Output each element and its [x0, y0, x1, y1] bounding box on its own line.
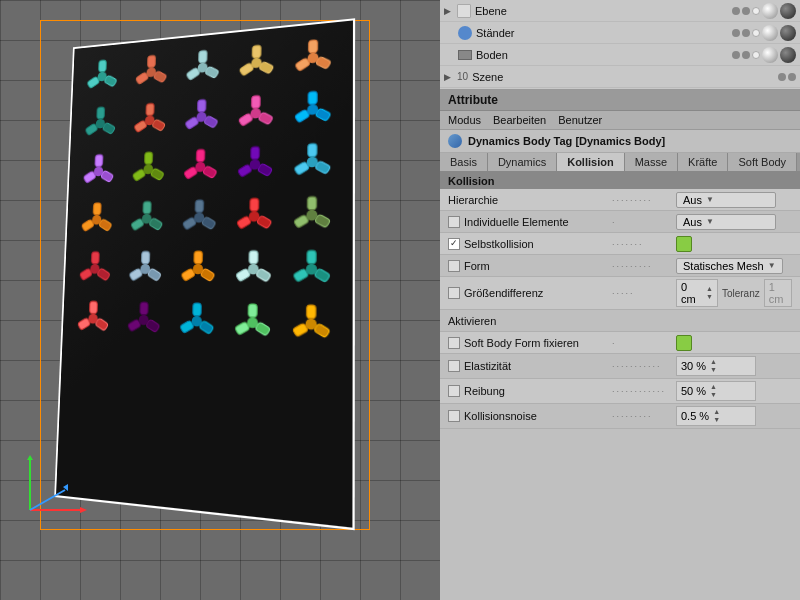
- svg-rect-0: [99, 60, 107, 72]
- svg-rect-108: [193, 303, 201, 316]
- sphere1: [762, 47, 778, 63]
- individuelle-dots: ·: [612, 217, 672, 227]
- hierarchie-text: Hierarchie: [448, 194, 498, 206]
- svg-rect-8: [199, 50, 207, 63]
- dot2: [742, 29, 750, 37]
- svg-rect-112: [248, 304, 257, 317]
- stepper-up[interactable]: ▲: [710, 383, 717, 391]
- stander-dots: [732, 25, 796, 41]
- expand-icon-szene[interactable]: ▶: [444, 72, 451, 82]
- szene-dots: [778, 73, 796, 81]
- reibung-input[interactable]: 50 % ▲ ▼: [676, 381, 756, 401]
- tab-kollision[interactable]: Kollision: [557, 153, 624, 171]
- svg-rect-96: [307, 250, 316, 263]
- noise-input[interactable]: 0.5 % ▲ ▼: [676, 406, 756, 426]
- sphere2: [780, 47, 796, 63]
- section-kollision: Kollision: [440, 173, 800, 189]
- stepper-up[interactable]: ▲: [710, 358, 717, 366]
- list-item-szene[interactable]: ▶ 10 Szene: [440, 66, 800, 88]
- szene-number: 10: [457, 71, 468, 82]
- svg-rect-52: [251, 147, 260, 160]
- reibung-stepper[interactable]: ▲ ▼: [710, 383, 717, 399]
- prop-groesse: Größendifferenz ····· 0 cm ▲ ▼ Toleranz …: [440, 277, 800, 310]
- list-item-stander[interactable]: Ständer: [440, 22, 800, 44]
- stepper-down[interactable]: ▼: [706, 293, 713, 301]
- individuelle-dropdown[interactable]: Aus ▼: [676, 214, 776, 230]
- svg-rect-60: [93, 203, 101, 215]
- noise-dots: ·········: [612, 411, 672, 421]
- groesse-stepper[interactable]: ▲ ▼: [706, 285, 713, 301]
- svg-rect-64: [143, 201, 151, 213]
- stepper-up[interactable]: ▲: [706, 285, 713, 293]
- dot2: [788, 73, 796, 81]
- y-shape-18: [232, 194, 277, 239]
- sphere1: [762, 25, 778, 41]
- expand-icon-ebene[interactable]: ▶: [444, 6, 451, 16]
- dot1: [732, 29, 740, 37]
- objects-grid: [62, 20, 353, 362]
- right-panel: ▶ Ebene Ständer: [440, 0, 800, 600]
- y-shape-17: [178, 195, 221, 239]
- menu-modus[interactable]: Modus: [448, 114, 481, 126]
- svg-rect-104: [140, 302, 148, 315]
- svg-rect-40: [95, 155, 103, 167]
- menu-bearbeiten[interactable]: Bearbeiten: [493, 114, 546, 126]
- selbst-text: Selbstkollision: [464, 238, 534, 250]
- elastizitat-input[interactable]: 30 % ▲ ▼: [676, 356, 756, 376]
- checkbox-individuelle[interactable]: [448, 216, 460, 228]
- toleranz-label: Toleranz: [722, 288, 760, 299]
- list-item-boden[interactable]: Boden: [440, 44, 800, 66]
- viewport[interactable]: [0, 0, 440, 600]
- form-dropdown[interactable]: Statisches Mesh ▼: [676, 258, 783, 274]
- stepper-down[interactable]: ▼: [710, 366, 717, 374]
- reibung-text: Reibung: [464, 385, 505, 397]
- dot3: [752, 51, 760, 59]
- y-shape-25: [73, 297, 113, 340]
- tab-masse[interactable]: Masse: [625, 153, 678, 171]
- checkbox-groesse[interactable]: [448, 287, 460, 299]
- checkbox-form[interactable]: [448, 260, 460, 272]
- stepper-up[interactable]: ▲: [713, 408, 720, 416]
- svg-rect-92: [249, 251, 258, 264]
- prop-label-aktivieren: Aktivieren: [448, 315, 608, 327]
- dot2: [742, 51, 750, 59]
- prop-label-form: Form: [448, 260, 608, 272]
- szene-label: Szene: [472, 71, 774, 83]
- y-shape-26: [123, 298, 165, 342]
- dot3: [752, 29, 760, 37]
- prop-label-elastizitat: Elastizität: [448, 360, 608, 372]
- svg-marker-123: [27, 455, 33, 460]
- groesse-input[interactable]: 0 cm ▲ ▼: [676, 279, 718, 307]
- dot2: [742, 7, 750, 15]
- svg-rect-36: [308, 91, 317, 104]
- checkbox-noise[interactable]: [448, 410, 460, 422]
- prop-label-individuelle: Individuelle Elemente: [448, 216, 608, 228]
- y-shape-11: [128, 147, 169, 190]
- checkbox-elastizitat[interactable]: [448, 360, 460, 372]
- checkbox-selbst[interactable]: [448, 238, 460, 250]
- stepper-down[interactable]: ▼: [713, 416, 720, 424]
- elastizitat-dots: ···········: [612, 361, 672, 371]
- reibung-dots: ············: [612, 386, 672, 396]
- tab-dynamics[interactable]: Dynamics: [488, 153, 557, 171]
- tab-kraefte[interactable]: Kräfte: [678, 153, 728, 171]
- stepper-down[interactable]: ▼: [710, 391, 717, 399]
- axis-indicator: [20, 455, 90, 525]
- checkbox-reibung[interactable]: [448, 385, 460, 397]
- attr-header: Attribute: [440, 90, 800, 111]
- menu-bar: Modus Bearbeiten Benutzer: [440, 111, 800, 130]
- hierarchie-dropdown[interactable]: Aus ▼: [676, 192, 776, 208]
- noise-stepper[interactable]: ▲ ▼: [713, 408, 720, 424]
- list-item-ebene[interactable]: ▶ Ebene: [440, 0, 800, 22]
- elastizitat-stepper[interactable]: ▲ ▼: [710, 358, 717, 374]
- y-shape-6: [129, 98, 170, 142]
- menu-benutzer[interactable]: Benutzer: [558, 114, 602, 126]
- y-shape-20: [75, 248, 115, 290]
- tab-basis[interactable]: Basis: [440, 153, 488, 171]
- y-shape-4: [290, 34, 336, 81]
- y-shape-24: [288, 246, 335, 293]
- tab-softbody[interactable]: Soft Body: [728, 153, 797, 171]
- prop-softbody-fix: Soft Body Form fixieren ·: [440, 332, 800, 354]
- individuelle-arrow: ▼: [706, 217, 714, 226]
- checkbox-softbody-fix[interactable]: [448, 337, 460, 349]
